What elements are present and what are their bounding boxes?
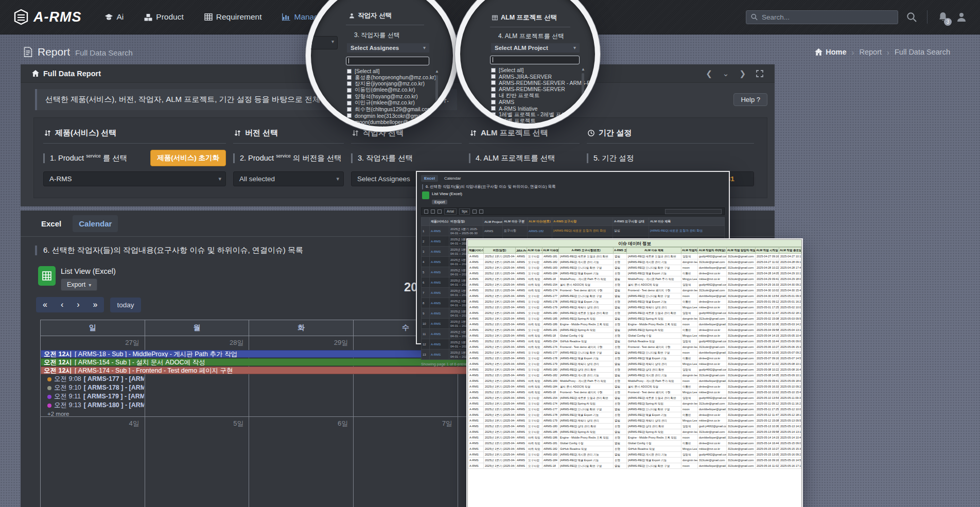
assignee-option[interactable]: 최수현(chltngus129@gmail.com) — [347, 106, 437, 112]
column-header[interactable]: 제품(서비스) — [430, 218, 449, 226]
product-select[interactable]: A-RMS▾ — [43, 171, 226, 186]
mini-tab-excel[interactable]: Excel — [421, 175, 438, 182]
sheet-row[interactable]: A-RMS2025년 1분기 (2025-04-01 ~ 2025-06-30)… — [468, 322, 801, 327]
sheet-row[interactable]: A-RMS2025년 1분기 (2025-04-01 ~ 2025-06-30)… — [468, 254, 801, 259]
calendar-dot-event[interactable]: 오전 9:11[ ARMS-179 ] - [ARMS-REQ] 캐릭터 — [41, 392, 144, 401]
alm-dropdown-header[interactable]: Select ALM Project▾ — [491, 43, 580, 53]
tab-excel[interactable]: Excel — [35, 215, 67, 232]
font-select[interactable]: Arial — [444, 208, 457, 215]
alm-option[interactable]: ARMS-REDMINE-SERVER - ARMS-RE — [491, 80, 594, 86]
sheet-row[interactable]: A-RMS2025년 1분기 (2025-04-01 ~ 2025-06-30)… — [468, 407, 801, 412]
day-cell[interactable]: 6일 — [249, 417, 354, 507]
checkbox[interactable] — [347, 94, 352, 99]
sheet-row[interactable]: A-RMS2025년 1분기 (2025-04-01 ~ 2025-06-30)… — [468, 350, 801, 356]
assignee-option[interactable]: [Select all] — [347, 68, 437, 74]
calendar-nav-button[interactable]: « — [36, 297, 54, 312]
collapse-left-icon[interactable]: ❮ — [706, 69, 712, 78]
today-button[interactable]: today — [110, 298, 141, 312]
checkbox[interactable] — [491, 74, 496, 79]
sheet-row[interactable]: A-RMS2025년 1분기 (2025-04-01 ~ 2025-06-30)… — [468, 310, 801, 316]
brand-logo[interactable]: A-RMS — [13, 9, 82, 25]
sheet-row[interactable]: A-RMS2025년 1분기 (2025-04-01 ~ 2025-06-30)… — [468, 435, 801, 441]
sheet-row[interactable]: A-RMS2025년 1분기 (2025-04-01 ~ 2025-06-30)… — [468, 367, 801, 373]
alm-option[interactable]: ARMS — [491, 99, 594, 105]
sheet-row[interactable]: A-RMS2025년 1분기 (2025-04-01 ~ 2025-06-30)… — [468, 339, 801, 344]
sheet-row[interactable]: A-RMS2025년 1분기 (2025-04-01 ~ 2025-06-30)… — [468, 378, 801, 384]
breadcrumb-report[interactable]: Report — [859, 48, 882, 56]
sheet-row[interactable]: A-RMS2025년 1분기 (2025-04-01 ~ 2025-06-30)… — [468, 288, 801, 293]
column-header[interactable]: ALM 이슈 제목 — [649, 218, 725, 226]
sheet-row[interactable]: A-RMS2025년 1분기 (2025-04-01 ~ 2025-06-30)… — [468, 395, 801, 401]
sheet-row[interactable]: A-RMS2025년 1분기 (2025-04-01 ~ 2025-06-30)… — [468, 384, 801, 390]
assignee-dropdown-header[interactable]: Select Assignees▾ — [347, 43, 429, 53]
sheet-row[interactable]: A-RMS2025년 1분기 (2025-04-01 ~ 2025-06-30)… — [468, 305, 801, 310]
sheet-row[interactable]: A-RMS2025년 1분기 (2025-04-01 ~ 2025-06-30)… — [468, 316, 801, 322]
tab-calendar[interactable]: Calendar — [73, 215, 118, 232]
version-select[interactable]: All selected▾ — [233, 171, 344, 186]
checkbox[interactable] — [491, 100, 496, 104]
day-cell[interactable]: 7일 — [354, 417, 458, 507]
mini-tab-calendar[interactable]: Calendar — [441, 175, 464, 182]
sheet-row[interactable]: A-RMS2025년 1분기 (2025-04-01 ~ 2025-06-30)… — [468, 446, 801, 452]
sheet-row[interactable]: A-RMS2025년 1분기 (2025-04-01 ~ 2025-06-30)… — [468, 271, 801, 276]
checkbox[interactable] — [347, 120, 352, 125]
checkbox[interactable] — [491, 80, 496, 85]
sheet-row[interactable]: A-RMS2025년 1분기 (2025-04-01 ~ 2025-06-30)… — [468, 424, 801, 429]
align-icon[interactable] — [479, 209, 483, 214]
export-button[interactable]: Export▾ — [61, 278, 97, 291]
alm-option[interactable]: ARMS-REDMINE-SERVER — [491, 86, 594, 92]
checkbox[interactable] — [491, 87, 496, 92]
sheet-row[interactable]: A-RMS2025년 1분기 (2025-04-01 ~ 2025-06-30)… — [468, 259, 801, 265]
product-reset-button[interactable]: 제품(서비스) 초기화 — [150, 150, 226, 166]
search-submit-icon[interactable] — [906, 12, 917, 22]
column-header[interactable]: ALM Project — [483, 218, 503, 226]
collapse-down-icon[interactable]: ⌄ — [723, 69, 729, 78]
sheet-row[interactable]: A-RMS2025년 1분기 (2025-04-01 ~ 2025-06-30)… — [468, 463, 801, 469]
alm-option[interactable]: ARMS-JIRA-SERVER — [491, 73, 594, 79]
checkbox[interactable] — [347, 113, 352, 118]
notification-bell[interactable]: 3 — [938, 12, 948, 23]
column-header[interactable]: A-RMS 요구사항 — [552, 218, 613, 226]
sheet-row[interactable]: A-RMS2025년 1분기 (2025-04-01 ~ 2025-06-30)… — [468, 373, 801, 378]
sheet-row[interactable]: A-RMS2025년 1분기 (2025-04-01 ~ 2025-06-30)… — [468, 265, 801, 271]
checkbox[interactable] — [347, 101, 352, 106]
assignee-option[interactable]: 홍성훈(hongseonghun@mz.co.kr) — [347, 74, 437, 80]
sheet-row[interactable]: A-RMS2025년 1분기 (2025-04-01 ~ 2025-06-30)… — [468, 390, 801, 395]
excel-table-row[interactable]: 1A-RMS2025년 1분기 2025-04-01 ~ 2025-06-30A… — [422, 226, 725, 236]
assignee-filter-input[interactable] — [346, 57, 429, 65]
paint-icon[interactable] — [437, 209, 442, 214]
calendar-dot-event[interactable]: 오전 9:08[ ARMS-177 ] - [ARMS-REQ] 모니터 — [41, 375, 144, 383]
user-avatar-icon[interactable] — [956, 12, 967, 22]
calendar-dot-event[interactable]: 오전 9:13[ ARMS-180 ] - [ARMS-REQ] 상패 2 — [41, 401, 144, 410]
font-size-select[interactable]: 9px — [459, 208, 470, 215]
day-cell[interactable]: 5일 — [145, 417, 250, 507]
sheet-row[interactable]: A-RMS2025년 1분기 (2025-04-01 ~ 2025-06-30)… — [468, 276, 801, 282]
sheet-row[interactable]: A-RMS2025년 1분기 (2025-04-01 ~ 2025-06-30)… — [468, 299, 801, 305]
alm-filter-input[interactable] — [490, 56, 580, 64]
scroll-up-icon[interactable]: ▲ — [581, 67, 585, 72]
sheet-row[interactable]: A-RMS2025년 1분기 (2025-04-01 ~ 2025-06-30)… — [468, 429, 801, 435]
checkbox[interactable] — [347, 81, 352, 86]
undo-icon[interactable] — [424, 209, 428, 214]
sheet-row[interactable]: A-RMS2025년 1분기 (2025-04-01 ~ 2025-06-30)… — [468, 361, 801, 367]
checkbox[interactable] — [347, 107, 352, 112]
bold-icon[interactable] — [472, 209, 477, 214]
assignee-option[interactable]: 양형석(hsyang@mz.co.kr) — [347, 94, 437, 100]
calendar-nav-button[interactable]: › — [70, 297, 86, 312]
checkbox[interactable] — [491, 93, 496, 98]
sheet-search-input[interactable] — [665, 209, 722, 214]
sheet-row[interactable]: A-RMS2025년 1분기 (2025-04-01 ~ 2025-06-30)… — [468, 452, 801, 458]
calendar-dot-event[interactable]: 오전 9:10[ ARMS-178 ] - [ARMS-REQ] 엑스버 — [41, 383, 144, 392]
breadcrumb-home[interactable]: Home — [815, 48, 846, 56]
checkbox[interactable] — [491, 68, 496, 73]
assignee-option[interactable]: 이동민(dmlee@mz.co.kr) — [347, 87, 437, 93]
sheet-row[interactable]: A-RMS2025년 1분기 (2025-04-01 ~ 2025-06-30)… — [468, 458, 801, 463]
sheet-row[interactable]: A-RMS2025년 1분기 (2025-04-01 ~ 2025-06-30)… — [468, 327, 801, 333]
assignee-option[interactable]: dongmin lee(313cokr@gmail.com) — [347, 113, 437, 119]
collapse-right-icon[interactable]: ❯ — [739, 69, 746, 78]
menu-product[interactable]: Product — [144, 12, 183, 22]
menu-requirement[interactable]: Requirement — [204, 12, 262, 22]
assignee-option[interactable]: 장지윤(jiyoonjang@mz.co.kr) — [347, 81, 437, 87]
sheet-row[interactable]: A-RMS2025년 1분기 (2025-04-01 ~ 2025-06-30)… — [468, 418, 801, 424]
sheet-row[interactable]: A-RMS2025년 1분기 (2025-04-01 ~ 2025-06-30)… — [468, 282, 801, 288]
